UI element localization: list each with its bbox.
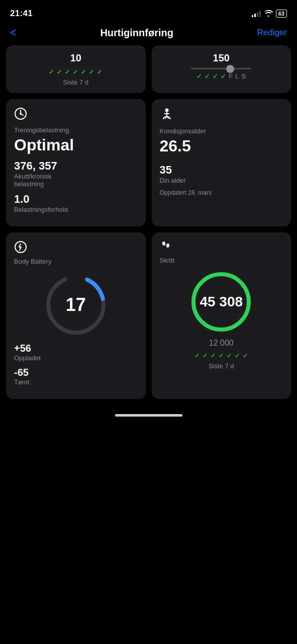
slider-thumb <box>226 65 234 73</box>
body-battery-card[interactable]: Body Battery 17 +56 Oppladet -65 Tømt <box>6 232 146 399</box>
battery-icon: 63 <box>276 10 287 18</box>
check-1: ✓ <box>49 68 54 75</box>
day-labels-row: ✓ ✓ ✓ ✓ F L S <box>160 72 283 80</box>
svg-point-11 <box>166 243 170 248</box>
body-battery-drained-label: Tømt <box>14 378 138 386</box>
goal-mini-card[interactable]: 150 ✓ ✓ ✓ ✓ F L S <box>152 45 291 93</box>
check-2: ✓ <box>57 68 62 75</box>
s-check-5: ✓ <box>227 352 232 359</box>
back-button[interactable]: < <box>10 26 17 39</box>
fitness-age-card[interactable]: Kondisjonsalder 26.5 35 Din alder Oppdat… <box>152 99 291 226</box>
training-subtitle: Treningsbelastning <box>14 126 138 134</box>
fitness-age-icon <box>160 107 283 124</box>
fitness-age-subtitle: Kondisjonsalder <box>160 127 283 135</box>
day-f: F <box>229 72 233 80</box>
nav-bar: < Hurtiginnføring Rediger <box>0 24 297 45</box>
wifi-icon <box>264 10 273 18</box>
status-time: 21:41 <box>10 9 33 19</box>
training-ratio-label: Belastningsforhold <box>14 206 138 213</box>
steps-card[interactable]: Skritt 45 308 12 000 ✓ ✓ ✓ ✓ ✓ ✓ ✓ Siste… <box>152 232 291 399</box>
home-bar <box>115 414 182 417</box>
page-title: Hurtiginnføring <box>100 27 173 39</box>
body-battery-title: Body Battery <box>14 258 138 265</box>
edit-button[interactable]: Rediger <box>257 28 287 38</box>
check-7: ✓ <box>97 68 103 75</box>
body-battery-icon <box>14 240 138 256</box>
steps-check-row-bottom: ✓ ✓ ✓ ✓ ✓ ✓ ✓ <box>160 352 283 359</box>
day-s: S <box>242 72 246 80</box>
body-battery-charged-label: Oppladet <box>14 354 138 362</box>
steps-circle: 45 308 <box>188 269 254 335</box>
training-stats-value: 376, 357 <box>14 159 138 173</box>
check-6: ✓ <box>89 68 94 75</box>
user-age-label: Din alder <box>160 177 283 184</box>
goal-mini-value: 150 <box>160 52 283 64</box>
fitness-age-value: 26.5 <box>160 137 283 155</box>
s-check-1: ✓ <box>194 352 200 359</box>
steps-circle-wrapper: 45 308 <box>160 269 283 335</box>
s-check-6: ✓ <box>235 352 240 359</box>
goal-slider <box>160 68 283 69</box>
day-check-1: ✓ <box>196 72 202 80</box>
steps-check-row: ✓ ✓ ✓ ✓ ✓ ✓ ✓ <box>14 68 138 75</box>
status-bar: 21:41 63 <box>0 0 297 24</box>
body-battery-circle-wrapper: 17 <box>14 272 138 338</box>
s-check-7: ✓ <box>243 352 248 359</box>
steps-mini-value: 10 <box>14 52 138 64</box>
steps-mini-card[interactable]: 10 ✓ ✓ ✓ ✓ ✓ ✓ ✓ Siste 7 d <box>6 45 146 93</box>
body-battery-circle: 17 <box>43 272 109 338</box>
body-battery-drained-value: -65 <box>14 367 138 378</box>
steps-sublabel: Siste 7 d <box>160 362 283 370</box>
s-check-2: ✓ <box>203 352 208 359</box>
status-icons: 63 <box>252 10 287 18</box>
main-grid: Treningsbelastning Optimal 376, 357 Akut… <box>0 99 297 405</box>
check-4: ✓ <box>73 68 78 75</box>
s-check-4: ✓ <box>219 352 224 359</box>
svg-point-10 <box>162 241 166 246</box>
signal-bars-icon <box>252 10 261 17</box>
check-3: ✓ <box>65 68 70 75</box>
steps-mini-label: Siste 7 d <box>14 78 138 86</box>
training-ratio-value: 1.0 <box>14 193 138 206</box>
body-battery-value: 17 <box>66 294 86 315</box>
day-check-4: ✓ <box>221 72 226 80</box>
training-stats-label: Akutt/kroniskbelastning <box>14 173 138 188</box>
steps-title: Skritt <box>160 257 283 264</box>
steps-value: 45 308 <box>200 294 243 310</box>
svg-point-2 <box>165 109 168 112</box>
svg-point-1 <box>20 113 22 115</box>
home-indicator <box>0 405 297 422</box>
battery-level: 63 <box>278 11 284 17</box>
steps-icon <box>160 240 283 255</box>
top-cards: 10 ✓ ✓ ✓ ✓ ✓ ✓ ✓ Siste 7 d 150 ✓ ✓ ✓ ✓ F… <box>0 45 297 99</box>
slider-track <box>191 68 251 69</box>
day-check-2: ✓ <box>205 72 210 80</box>
training-icon <box>14 107 138 123</box>
body-battery-charged-value: +56 <box>14 343 138 354</box>
user-age-value: 35 <box>160 164 283 177</box>
s-check-3: ✓ <box>211 352 216 359</box>
steps-goal-value: 12 000 <box>160 339 283 348</box>
fitness-age-updated: Oppdatert 28. mars <box>160 189 283 196</box>
training-load-card[interactable]: Treningsbelastning Optimal 376, 357 Akut… <box>6 99 146 226</box>
day-l: L <box>235 72 239 80</box>
day-check-3: ✓ <box>213 72 218 80</box>
check-5: ✓ <box>81 68 86 75</box>
training-status: Optimal <box>14 136 138 154</box>
